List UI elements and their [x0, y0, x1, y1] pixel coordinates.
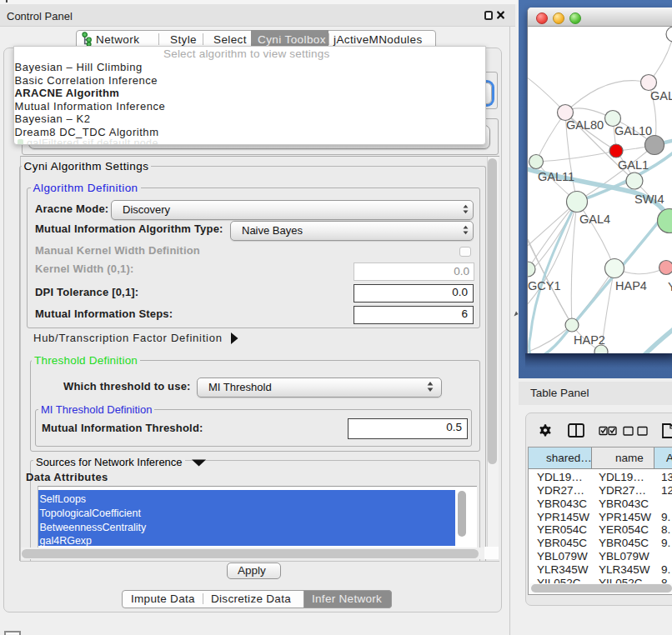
svg-text:GAL: GAL	[650, 89, 672, 102]
svg-text:GAL80: GAL80	[566, 118, 604, 132]
svg-text:HAP4: HAP4	[615, 279, 647, 292]
svg-text:GCY1: GCY1	[528, 279, 561, 292]
svg-text:GAL11: GAL11	[538, 170, 574, 183]
svg-text:GAL10: GAL10	[614, 124, 652, 138]
svg-text:Y: Y	[668, 280, 672, 293]
svg-text:SWI4: SWI4	[634, 192, 664, 206]
svg-text:HAP2: HAP2	[574, 333, 605, 347]
svg-text:GAL4: GAL4	[579, 212, 610, 226]
svg-text:GAL1: GAL1	[618, 158, 649, 172]
